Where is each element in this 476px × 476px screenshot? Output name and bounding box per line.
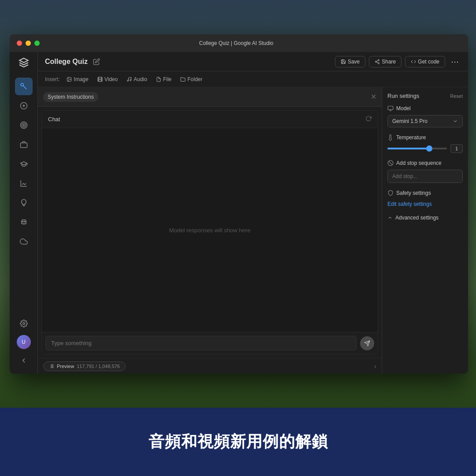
code-icon xyxy=(411,59,416,64)
get-code-button[interactable]: Get code xyxy=(405,56,445,67)
system-instructions-bar: System Instructions ✕ xyxy=(38,87,382,107)
chat-container: Chat Model responses will show here xyxy=(41,110,378,354)
share-button[interactable]: Share xyxy=(369,56,402,67)
sidebar-item-target[interactable] xyxy=(15,116,33,134)
svg-line-13 xyxy=(377,60,378,61)
video-icon xyxy=(97,77,103,82)
svg-point-8 xyxy=(22,323,25,325)
temperature-section: Temperature 1 xyxy=(387,134,463,153)
sidebar-collapse-button[interactable] xyxy=(15,352,33,369)
temperature-slider-container: 1 xyxy=(387,144,463,153)
topbar-actions: Save Share Get code xyxy=(335,56,461,68)
system-instructions-chip[interactable]: System Instructions xyxy=(43,92,98,102)
model-dropdown[interactable]: Gemini 1.5 Pro xyxy=(387,115,463,127)
model-label: Model xyxy=(387,105,463,112)
footer-section: 音頻和視頻新用例的解鎖 xyxy=(0,408,476,476)
safety-label: Safety settings xyxy=(387,190,463,196)
image-icon xyxy=(67,77,72,82)
sidebar-settings-button[interactable] xyxy=(15,315,33,332)
sidebar-item-bulb[interactable] xyxy=(15,194,33,212)
chat-refresh-button[interactable] xyxy=(365,115,372,123)
temperature-slider-thumb[interactable] xyxy=(426,145,432,152)
sidebar: U xyxy=(10,52,38,374)
sidebar-item-briefcase[interactable] xyxy=(15,136,33,153)
chat-header: Chat xyxy=(42,111,378,128)
stop-sequence-input[interactable] xyxy=(387,170,463,183)
scroll-right-button[interactable]: › xyxy=(374,363,376,370)
bottom-bar: Preview 117,791 / 1,048,576 › xyxy=(38,358,382,374)
sidebar-item-cloud[interactable] xyxy=(15,233,33,250)
token-count: 117,791 / 1,048,576 xyxy=(77,364,120,369)
temperature-slider-fill xyxy=(387,148,429,149)
temperature-label: Temperature xyxy=(387,134,463,141)
insert-image-button[interactable]: Image xyxy=(63,75,92,84)
chat-input[interactable] xyxy=(45,336,357,350)
chat-send-button[interactable] xyxy=(360,336,374,350)
sidebar-item-key[interactable] xyxy=(15,78,33,95)
insert-video-button[interactable]: Video xyxy=(94,75,121,84)
svg-line-38 xyxy=(389,161,392,165)
list-icon xyxy=(49,364,54,369)
stop-sequence-label: Add stop sequence xyxy=(387,160,463,166)
chevron-up-icon xyxy=(387,215,393,220)
svg-point-24 xyxy=(127,80,129,81)
audio-icon xyxy=(126,77,132,82)
insert-file-button[interactable]: File xyxy=(152,75,175,84)
model-section: Model Gemini 1.5 Pro xyxy=(387,105,463,127)
svg-point-5 xyxy=(22,123,26,127)
titlebar: College Quiz | Google AI Studio xyxy=(10,34,468,52)
svg-point-15 xyxy=(68,78,69,79)
svg-point-6 xyxy=(23,125,24,126)
chat-input-area xyxy=(42,332,378,354)
user-avatar[interactable]: U xyxy=(17,335,31,349)
insert-label: Insert: xyxy=(45,76,60,82)
shield-icon xyxy=(387,190,394,196)
temperature-icon xyxy=(387,134,394,141)
insert-bar: Insert: Image Video xyxy=(38,71,468,87)
system-instructions-close-button[interactable]: ✕ xyxy=(371,93,376,101)
chat-title: Chat xyxy=(48,116,60,123)
file-icon xyxy=(156,77,161,82)
chat-empty-message: Model responses will show here xyxy=(42,128,378,332)
run-settings-header: Run settings Reset xyxy=(387,93,463,99)
save-icon xyxy=(341,59,346,64)
folder-icon xyxy=(180,77,186,82)
save-button[interactable]: Save xyxy=(335,56,365,67)
project-title: College Quiz xyxy=(45,58,88,66)
svg-point-25 xyxy=(130,79,131,81)
app-layout: U College Quiz xyxy=(10,52,468,374)
run-settings-panel: Run settings Reset Model Gemini 1.5 Pro xyxy=(382,87,468,374)
safety-section: Safety settings Edit safety settings xyxy=(387,190,463,208)
sidebar-item-discord[interactable] xyxy=(15,213,33,231)
temperature-value[interactable]: 1 xyxy=(450,144,463,153)
edit-icon[interactable] xyxy=(93,58,100,65)
svg-point-0 xyxy=(21,83,23,86)
chevron-down-icon xyxy=(453,119,458,124)
insert-folder-button[interactable]: Folder xyxy=(177,75,206,84)
edit-safety-link[interactable]: Edit safety settings xyxy=(387,201,432,207)
svg-rect-34 xyxy=(388,106,393,110)
stop-icon xyxy=(387,160,394,166)
sidebar-item-graduation[interactable] xyxy=(15,155,33,173)
advanced-settings-toggle[interactable]: Advanced settings xyxy=(387,215,463,221)
preview-label: Preview xyxy=(57,364,74,369)
svg-point-9 xyxy=(378,60,379,61)
advanced-section: Advanced settings xyxy=(387,215,463,221)
sidebar-item-chart[interactable] xyxy=(15,175,33,192)
model-icon xyxy=(387,105,394,112)
svg-point-11 xyxy=(378,63,379,64)
footer-text: 音頻和視頻新用例的解鎖 xyxy=(149,431,328,453)
run-settings-title: Run settings xyxy=(387,93,419,99)
topbar: College Quiz Save xyxy=(38,52,468,71)
sidebar-item-add[interactable] xyxy=(15,97,33,115)
temperature-slider-track[interactable] xyxy=(387,148,447,149)
preview-button[interactable]: Preview 117,791 / 1,048,576 xyxy=(43,361,126,371)
reset-button[interactable]: Reset xyxy=(450,93,463,99)
insert-audio-button[interactable]: Audio xyxy=(123,75,151,84)
sidebar-logo[interactable] xyxy=(17,56,31,70)
share-icon xyxy=(375,59,380,64)
svg-line-12 xyxy=(377,62,378,63)
stop-sequence-section: Add stop sequence xyxy=(387,160,463,183)
more-options-button[interactable]: ⋯ xyxy=(449,56,461,68)
svg-rect-7 xyxy=(20,143,27,148)
